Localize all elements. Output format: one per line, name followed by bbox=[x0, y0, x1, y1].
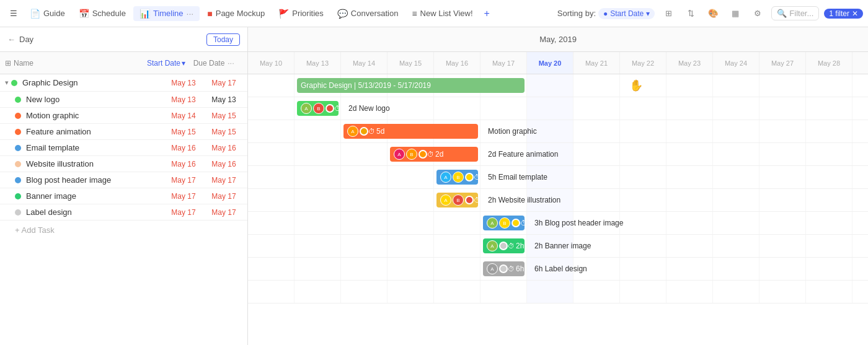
gantt-bar-inner-label: Graphic Design | 5/13/2019 - 5/17/2019 bbox=[301, 81, 431, 90]
day-header: ← Day Today bbox=[0, 27, 247, 52]
gantt-bar-website_illustration[interactable]: AB⏱2h2h Website illustration bbox=[436, 193, 478, 207]
task-row[interactable]: Motion graphic May 14 May 15 bbox=[0, 108, 247, 124]
duration-icon: ⏱ bbox=[427, 151, 434, 158]
gantt-cell bbox=[434, 97, 480, 120]
gantt-cell bbox=[713, 281, 760, 303]
sort-chip[interactable]: ● Start Date ▾ bbox=[598, 8, 655, 19]
timeline-icon: 📊 bbox=[140, 9, 150, 19]
gantt-col-header: May 20 bbox=[527, 52, 574, 74]
gantt-col-header: May 17 bbox=[480, 52, 527, 74]
today-button[interactable]: Today bbox=[206, 33, 240, 46]
gantt-cell bbox=[620, 74, 666, 97]
sort-icon-button[interactable]: ⇅ bbox=[682, 5, 699, 22]
gantt-bar-feature_animation[interactable]: AB⏱2d2d Feature animation bbox=[390, 147, 478, 162]
filter-badge[interactable]: 1 filter ✕ bbox=[824, 9, 863, 19]
search-icon: 🔍 bbox=[777, 9, 787, 18]
gantt-cell bbox=[388, 235, 434, 257]
task-row[interactable]: Email template May 16 May 16 bbox=[0, 140, 247, 156]
gantt-cell bbox=[341, 143, 388, 165]
gantt-cell bbox=[248, 212, 294, 234]
filter-input-wrapper[interactable]: 🔍 Filter... bbox=[771, 6, 819, 20]
task-name: Website illustration bbox=[26, 159, 162, 168]
tab-priorities[interactable]: 🚩 Priorities bbox=[272, 6, 330, 21]
group-name: Graphic Design bbox=[22, 78, 162, 87]
gantt-cell bbox=[341, 166, 388, 188]
gantt-cell bbox=[806, 258, 852, 280]
gantt-cell bbox=[294, 258, 341, 280]
task-due-date: May 16 bbox=[205, 144, 242, 152]
day-nav-left-icon[interactable]: ← bbox=[7, 35, 16, 44]
gantt-bar-new_logo[interactable]: AB⏱2d2d New logo bbox=[297, 101, 339, 116]
task-name: Label design bbox=[26, 207, 162, 217]
task-row[interactable]: Banner image May 17 May 17 bbox=[0, 188, 247, 204]
tab-schedule[interactable]: 📅 Schedule bbox=[73, 6, 132, 21]
gantt-cell bbox=[806, 212, 852, 234]
gantt-bar-banner_image[interactable]: A⏱2h2h Banner image bbox=[483, 238, 525, 253]
task-row[interactable]: New logo May 13 May 13 bbox=[0, 92, 247, 108]
gantt-bar-motion_graphic[interactable]: A⏱5dMotion graphic bbox=[343, 124, 478, 139]
add-task-button[interactable]: + Add Task bbox=[0, 221, 247, 240]
status-dot bbox=[499, 242, 508, 250]
gantt-bar-email_template[interactable]: AB⏱5h5h Email template bbox=[436, 170, 478, 185]
gantt-bar-label_design[interactable]: A⏱6h6h Label design bbox=[483, 261, 525, 276]
tab-conversation[interactable]: 💬 Conversation bbox=[331, 6, 405, 21]
main-layout: ← Day Today ⊞ Name Start Date ▾ Due Date… bbox=[0, 27, 868, 345]
task-row[interactable]: Website illustration May 16 May 16 bbox=[0, 156, 247, 172]
avatar-group: AB bbox=[394, 149, 427, 160]
gantt-col-header: May 28 bbox=[806, 52, 852, 74]
gantt-bar-group_bar[interactable]: Graphic Design | 5/13/2019 - 5/17/2019 bbox=[297, 78, 525, 93]
schedule-icon: 📅 bbox=[79, 9, 89, 19]
gantt-bar-blog_post[interactable]: AB⏱3h3h Blog post header image bbox=[483, 216, 525, 230]
col-more-header[interactable]: ··· bbox=[228, 58, 242, 68]
col-start-label: Start Date bbox=[147, 59, 180, 68]
gantt-cell bbox=[760, 166, 806, 188]
task-row[interactable]: Label design May 17 May 17 bbox=[0, 204, 247, 221]
color-icon-button[interactable]: 🎨 bbox=[704, 5, 722, 22]
group-row-graphic-design[interactable]: ▾ Graphic Design May 13 May 17 bbox=[0, 74, 247, 92]
gantt-row: A⏱2h2h Banner image bbox=[248, 235, 868, 258]
gantt-cell bbox=[388, 258, 434, 280]
gantt-cell bbox=[713, 143, 760, 165]
task-row[interactable]: Feature animation May 15 May 15 bbox=[0, 124, 247, 140]
gantt-row: AB⏱5h5h Email template bbox=[248, 166, 868, 189]
sort-by: Sorting by: ● Start Date ▾ bbox=[557, 8, 655, 19]
tab-timeline[interactable]: 📊 Timeline ··· bbox=[133, 6, 200, 21]
filter-close-icon[interactable]: ✕ bbox=[852, 9, 858, 18]
col-name-label: Name bbox=[14, 59, 33, 68]
gantt-row bbox=[248, 281, 868, 304]
add-tab-button[interactable]: + bbox=[480, 6, 494, 22]
gantt-cell bbox=[574, 143, 620, 165]
menu-button[interactable]: ☰ bbox=[5, 5, 22, 22]
gantt-cell bbox=[341, 212, 388, 234]
tab-page-mockup[interactable]: ■ Page Mockup bbox=[201, 6, 271, 21]
gantt-cell bbox=[574, 120, 620, 142]
left-panel: ← Day Today ⊞ Name Start Date ▾ Due Date… bbox=[0, 27, 248, 345]
gantt-cell bbox=[620, 97, 666, 120]
expand-icon[interactable]: ⊞ bbox=[5, 59, 11, 68]
col-start-header[interactable]: Start Date ▾ bbox=[147, 59, 190, 68]
avatar-group: A bbox=[487, 263, 508, 274]
gantt-cell bbox=[713, 212, 760, 234]
sort-desc-icon: ▾ bbox=[182, 59, 185, 68]
tab-new-list-view[interactable]: ≡ New List View! bbox=[405, 6, 479, 21]
gantt-cell bbox=[574, 74, 620, 97]
tab-guide[interactable]: 📄 Guide bbox=[24, 6, 71, 21]
group-icon-button[interactable]: ⊞ bbox=[660, 5, 677, 22]
conversation-icon: 💬 bbox=[337, 9, 348, 19]
columns-icon-button[interactable]: ▦ bbox=[727, 5, 744, 22]
avatar-group: A bbox=[347, 126, 368, 137]
gantt-row: AB⏱2h2h Website illustration bbox=[248, 189, 868, 212]
task-start-date: May 13 bbox=[162, 95, 205, 104]
avatar: A bbox=[347, 126, 358, 137]
task-row[interactable]: Blog post header image May 17 May 17 bbox=[0, 172, 247, 188]
gantt-cell bbox=[480, 281, 527, 303]
task-due-date: May 17 bbox=[205, 176, 242, 185]
gantt-cell bbox=[294, 166, 341, 188]
avatar: A bbox=[440, 194, 451, 206]
status-dot bbox=[360, 127, 368, 136]
duration-text: 2d bbox=[435, 150, 443, 159]
gantt-cell bbox=[806, 189, 852, 211]
settings-icon-button[interactable]: ⚙ bbox=[749, 5, 766, 22]
avatar: A bbox=[394, 149, 405, 160]
gantt-col-header: May 13 bbox=[294, 52, 341, 74]
